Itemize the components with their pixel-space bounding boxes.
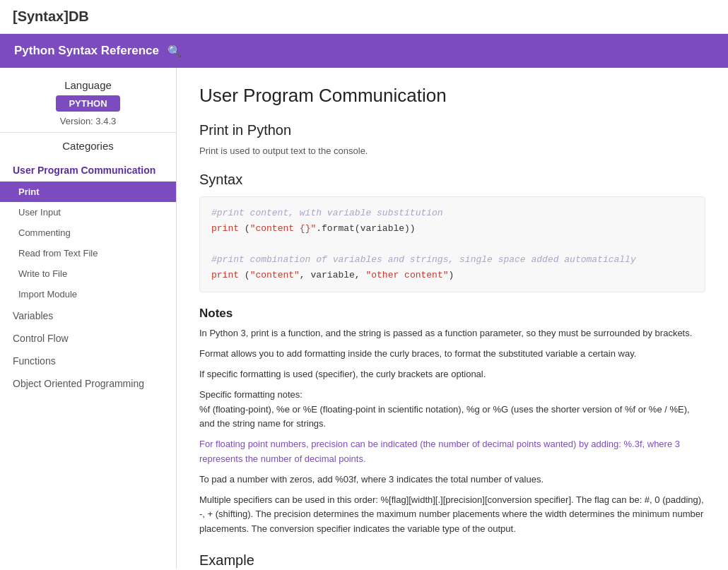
sidebar-item-user-input[interactable]: User Input [0,202,176,222]
section2-title: Syntax [199,172,705,188]
site-title: [Syntax]DB [13,8,89,24]
code2-comment: #print combination of variables and stri… [211,254,636,265]
sidebar-item-print[interactable]: Print [0,182,176,202]
sidebar: Language PYTHON Version: 3.4.3 Categorie… [0,68,177,569]
sidebar-group-oop[interactable]: Object Oriented Programming [0,372,176,395]
note1: In Python 3, print is a function, and th… [199,326,705,341]
sidebar-item-import-module[interactable]: Import Module [0,284,176,304]
code2-line: print ("content", variable, "other conte… [211,270,454,280]
header-title: Python Syntax Reference [14,44,159,58]
sidebar-group-functions[interactable]: Functions [0,350,176,372]
code1-comment: #print content, with variable substituti… [211,208,443,218]
main-content: User Program Communication Print in Pyth… [177,68,728,569]
layout: Language PYTHON Version: 3.4.3 Categorie… [0,68,728,569]
sidebar-group-control-flow[interactable]: Control Flow [0,327,176,350]
note6: To pad a number with zeros, add %03f, wh… [199,473,705,487]
section1-title: Print in Python [199,122,705,138]
code-block-1: #print content, with variable substituti… [199,196,705,292]
note7: Multiple specifiers can be used in this … [199,493,705,537]
sidebar-group-variables[interactable]: Variables [0,304,176,327]
language-badge[interactable]: PYTHON [56,95,119,112]
sidebar-item-write-to-file[interactable]: Write to File [0,263,176,284]
sidebar-item-read-from-text-file[interactable]: Read from Text File [0,243,176,263]
sidebar-group-user-program[interactable]: User Program Communication [0,159,176,182]
note5: For floating point numbers, precision ca… [199,437,705,467]
page-title: User Program Communication [199,85,705,107]
top-bar: [Syntax]DB [0,0,728,34]
version-label: Version: 3.4.3 [0,116,176,126]
section4-title: Example [199,552,705,569]
categories-label: Categories [0,132,176,152]
note2: Format allows you to add formatting insi… [199,347,705,362]
sidebar-item-commenting[interactable]: Commenting [0,222,176,243]
section1-subtitle: Print is used to output text to the cons… [199,146,705,156]
search-icon[interactable]: 🔍 [168,44,182,58]
note3: If specific formatting is used (specifie… [199,367,705,382]
section3-title: Notes [199,307,705,321]
header: Python Syntax Reference 🔍 [0,34,728,68]
code1-line: print ("content {}".format(variable)) [211,223,416,234]
language-label: Language [0,79,176,91]
note4-label: Specific formatting notes: %f (floating-… [199,388,705,432]
